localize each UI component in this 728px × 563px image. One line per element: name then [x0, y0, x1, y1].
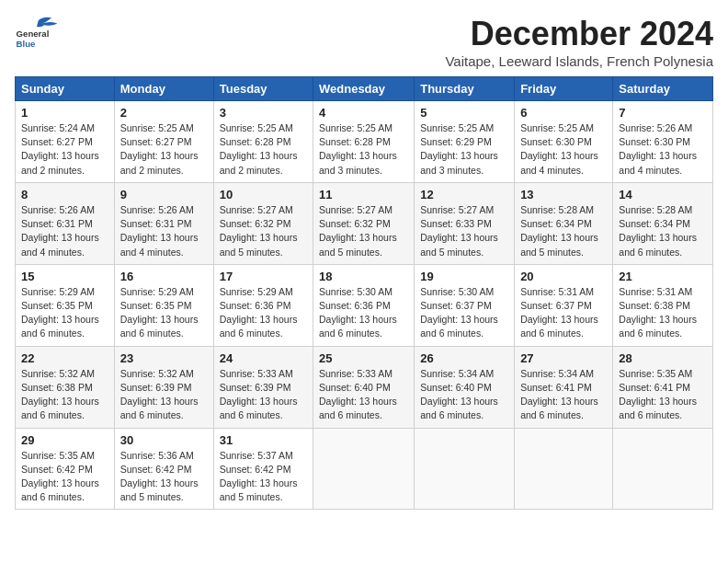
calendar-cell [313, 428, 415, 510]
calendar-cell: 18 Sunrise: 5:30 AM Sunset: 6:36 PM Dayl… [313, 264, 415, 346]
calendar-cell: 14 Sunrise: 5:28 AM Sunset: 6:34 PM Dayl… [613, 182, 713, 264]
day-number: 22 [21, 351, 108, 365]
day-info: Sunrise: 5:35 AM Sunset: 6:41 PM Dayligh… [619, 367, 707, 423]
day-info: Sunrise: 5:29 AM Sunset: 6:36 PM Dayligh… [220, 285, 307, 341]
day-number: 13 [520, 188, 607, 201]
day-info: Sunrise: 5:37 AM Sunset: 6:42 PM Dayligh… [220, 449, 307, 505]
day-info: Sunrise: 5:35 AM Sunset: 6:42 PM Dayligh… [21, 449, 108, 505]
day-number: 27 [520, 351, 607, 365]
day-header-friday: Friday [515, 77, 613, 101]
day-info: Sunrise: 5:25 AM Sunset: 6:28 PM Dayligh… [220, 121, 307, 178]
day-header-sunday: Sunday [16, 77, 115, 101]
day-number: 12 [420, 188, 508, 201]
day-info: Sunrise: 5:31 AM Sunset: 6:38 PM Dayligh… [619, 285, 707, 341]
calendar-cell: 24 Sunrise: 5:33 AM Sunset: 6:39 PM Dayl… [213, 346, 313, 428]
calendar-header-row: SundayMondayTuesdayWednesdayThursdayFrid… [16, 77, 713, 101]
calendar-cell: 6 Sunrise: 5:25 AM Sunset: 6:30 PM Dayli… [515, 101, 613, 183]
day-number: 25 [319, 351, 408, 365]
calendar-cell: 30 Sunrise: 5:36 AM Sunset: 6:42 PM Dayl… [114, 428, 213, 510]
day-info: Sunrise: 5:25 AM Sunset: 6:30 PM Dayligh… [520, 121, 607, 178]
day-info: Sunrise: 5:25 AM Sunset: 6:27 PM Dayligh… [120, 121, 208, 178]
day-info: Sunrise: 5:30 AM Sunset: 6:36 PM Dayligh… [319, 285, 408, 341]
calendar-cell: 1 Sunrise: 5:24 AM Sunset: 6:27 PM Dayli… [16, 101, 115, 183]
calendar-week-5: 29 Sunrise: 5:35 AM Sunset: 6:42 PM Dayl… [16, 428, 713, 510]
day-number: 15 [21, 270, 108, 283]
day-info: Sunrise: 5:28 AM Sunset: 6:34 PM Dayligh… [520, 203, 607, 259]
calendar-cell: 5 Sunrise: 5:25 AM Sunset: 6:29 PM Dayli… [415, 101, 515, 183]
day-number: 9 [120, 188, 208, 201]
day-info: Sunrise: 5:31 AM Sunset: 6:37 PM Dayligh… [520, 285, 607, 341]
day-number: 19 [420, 270, 508, 283]
day-number: 7 [619, 106, 707, 120]
calendar-cell: 9 Sunrise: 5:26 AM Sunset: 6:31 PM Dayli… [114, 182, 213, 264]
day-info: Sunrise: 5:34 AM Sunset: 6:41 PM Dayligh… [520, 367, 607, 423]
day-info: Sunrise: 5:26 AM Sunset: 6:31 PM Dayligh… [21, 203, 108, 259]
calendar-cell: 4 Sunrise: 5:25 AM Sunset: 6:28 PM Dayli… [313, 101, 415, 183]
calendar-cell: 19 Sunrise: 5:30 AM Sunset: 6:37 PM Dayl… [415, 264, 515, 346]
location: Vaitape, Leeward Islands, French Polynes… [445, 53, 713, 69]
calendar-cell: 23 Sunrise: 5:32 AM Sunset: 6:39 PM Dayl… [114, 346, 213, 428]
day-info: Sunrise: 5:32 AM Sunset: 6:39 PM Dayligh… [120, 367, 208, 423]
day-number: 10 [220, 188, 307, 201]
calendar-cell: 29 Sunrise: 5:35 AM Sunset: 6:42 PM Dayl… [16, 428, 115, 510]
calendar-cell: 25 Sunrise: 5:33 AM Sunset: 6:40 PM Dayl… [313, 346, 415, 428]
day-info: Sunrise: 5:27 AM Sunset: 6:32 PM Dayligh… [220, 203, 307, 259]
day-number: 3 [220, 106, 307, 120]
calendar-cell: 21 Sunrise: 5:31 AM Sunset: 6:38 PM Dayl… [613, 264, 713, 346]
day-info: Sunrise: 5:33 AM Sunset: 6:40 PM Dayligh… [319, 367, 408, 423]
day-number: 18 [319, 270, 408, 283]
day-info: Sunrise: 5:29 AM Sunset: 6:35 PM Dayligh… [21, 285, 108, 341]
day-number: 17 [220, 270, 307, 283]
day-number: 2 [120, 106, 208, 120]
day-info: Sunrise: 5:32 AM Sunset: 6:38 PM Dayligh… [21, 367, 108, 423]
calendar-cell: 26 Sunrise: 5:34 AM Sunset: 6:40 PM Dayl… [415, 346, 515, 428]
logo: General Blue [15, 15, 59, 52]
day-info: Sunrise: 5:28 AM Sunset: 6:34 PM Dayligh… [619, 203, 707, 259]
day-info: Sunrise: 5:25 AM Sunset: 6:28 PM Dayligh… [319, 121, 408, 178]
day-header-saturday: Saturday [613, 77, 713, 101]
calendar-cell: 27 Sunrise: 5:34 AM Sunset: 6:41 PM Dayl… [515, 346, 613, 428]
day-header-wednesday: Wednesday [313, 77, 415, 101]
day-number: 26 [420, 351, 508, 365]
month-title: December 2024 [445, 15, 713, 53]
day-number: 20 [520, 270, 607, 283]
calendar-cell: 28 Sunrise: 5:35 AM Sunset: 6:41 PM Dayl… [613, 346, 713, 428]
calendar-cell: 31 Sunrise: 5:37 AM Sunset: 6:42 PM Dayl… [213, 428, 313, 510]
calendar-week-3: 15 Sunrise: 5:29 AM Sunset: 6:35 PM Dayl… [16, 264, 713, 346]
day-info: Sunrise: 5:26 AM Sunset: 6:30 PM Dayligh… [619, 121, 707, 178]
calendar-cell [415, 428, 515, 510]
day-info: Sunrise: 5:26 AM Sunset: 6:31 PM Dayligh… [120, 203, 208, 259]
day-info: Sunrise: 5:25 AM Sunset: 6:29 PM Dayligh… [420, 121, 508, 178]
day-info: Sunrise: 5:27 AM Sunset: 6:32 PM Dayligh… [319, 203, 408, 259]
day-header-thursday: Thursday [415, 77, 515, 101]
calendar-week-1: 1 Sunrise: 5:24 AM Sunset: 6:27 PM Dayli… [16, 101, 713, 183]
logo-icon: General Blue [15, 15, 59, 52]
calendar-week-2: 8 Sunrise: 5:26 AM Sunset: 6:31 PM Dayli… [16, 182, 713, 264]
svg-text:General: General [17, 29, 50, 39]
day-number: 1 [21, 106, 108, 120]
day-number: 29 [21, 433, 108, 447]
calendar-week-4: 22 Sunrise: 5:32 AM Sunset: 6:38 PM Dayl… [16, 346, 713, 428]
day-info: Sunrise: 5:30 AM Sunset: 6:37 PM Dayligh… [420, 285, 508, 341]
calendar-cell: 12 Sunrise: 5:27 AM Sunset: 6:33 PM Dayl… [415, 182, 515, 264]
calendar-cell: 3 Sunrise: 5:25 AM Sunset: 6:28 PM Dayli… [213, 101, 313, 183]
day-info: Sunrise: 5:29 AM Sunset: 6:35 PM Dayligh… [120, 285, 208, 341]
calendar-cell: 20 Sunrise: 5:31 AM Sunset: 6:37 PM Dayl… [515, 264, 613, 346]
day-header-tuesday: Tuesday [213, 77, 313, 101]
calendar-cell [613, 428, 713, 510]
day-number: 21 [619, 270, 707, 283]
calendar-cell: 17 Sunrise: 5:29 AM Sunset: 6:36 PM Dayl… [213, 264, 313, 346]
calendar-cell: 11 Sunrise: 5:27 AM Sunset: 6:32 PM Dayl… [313, 182, 415, 264]
page-header: General Blue December 2024 Vaitape, Leew… [15, 15, 713, 69]
calendar-cell: 7 Sunrise: 5:26 AM Sunset: 6:30 PM Dayli… [613, 101, 713, 183]
day-number: 23 [120, 351, 208, 365]
day-number: 16 [120, 270, 208, 283]
day-info: Sunrise: 5:24 AM Sunset: 6:27 PM Dayligh… [21, 121, 108, 178]
calendar-cell: 16 Sunrise: 5:29 AM Sunset: 6:35 PM Dayl… [114, 264, 213, 346]
day-info: Sunrise: 5:27 AM Sunset: 6:33 PM Dayligh… [420, 203, 508, 259]
title-block: December 2024 Vaitape, Leeward Islands, … [445, 15, 713, 69]
svg-text:Blue: Blue [17, 39, 36, 49]
day-info: Sunrise: 5:36 AM Sunset: 6:42 PM Dayligh… [120, 449, 208, 505]
day-number: 8 [21, 188, 108, 201]
calendar-cell: 22 Sunrise: 5:32 AM Sunset: 6:38 PM Dayl… [16, 346, 115, 428]
